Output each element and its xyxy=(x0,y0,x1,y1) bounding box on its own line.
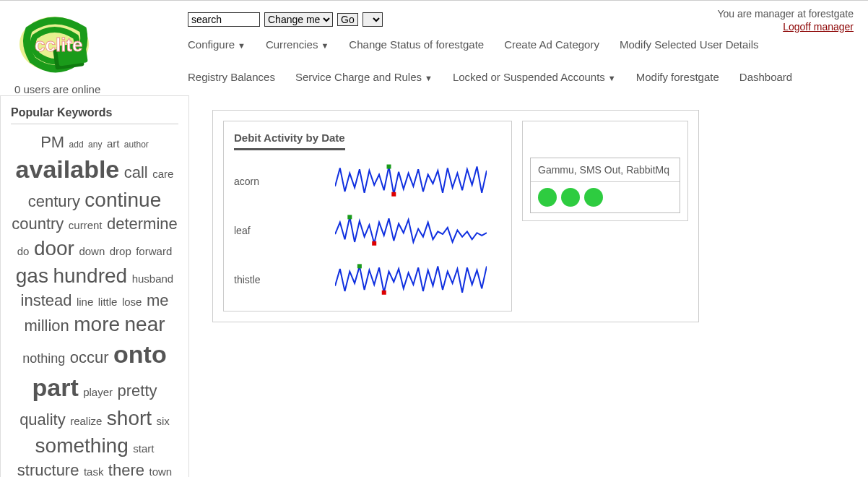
keyword-current[interactable]: current xyxy=(69,219,103,231)
keyword-pretty[interactable]: pretty xyxy=(117,382,157,400)
chevron-down-icon: ▼ xyxy=(321,41,329,50)
keyword-nothing[interactable]: nothing xyxy=(22,351,65,366)
nav-item-change-status-of-forestgate[interactable]: Change Status of forestgate xyxy=(349,38,484,51)
status-dots xyxy=(531,182,680,212)
keyword-town[interactable]: town xyxy=(149,465,172,477)
sidebar: Popular Keywords PM add any art author a… xyxy=(0,95,189,477)
keyword-continue[interactable]: continue xyxy=(84,189,161,211)
keyword-part[interactable]: part xyxy=(32,374,78,401)
keyword-there[interactable]: there xyxy=(108,461,144,477)
keyword-onto[interactable]: onto xyxy=(113,340,167,368)
sparkline-thistle xyxy=(335,262,487,298)
chart-card: Debit Activity by Date acornleafthistle xyxy=(223,121,512,311)
svg-rect-6 xyxy=(347,215,352,219)
keyword-drop[interactable]: drop xyxy=(110,245,131,257)
nav-item-create-ad-category[interactable]: Create Ad Category xyxy=(504,38,599,51)
svg-rect-5 xyxy=(391,192,396,197)
keyword-occur[interactable]: occur xyxy=(70,348,109,366)
nav-item-locked-or-suspended-accounts[interactable]: Locked or Suspended Accounts▼ xyxy=(453,71,616,83)
search-input[interactable] xyxy=(188,12,260,27)
keyword-more[interactable]: more xyxy=(74,313,120,335)
keyword-task[interactable]: task xyxy=(84,465,104,477)
keyword-available[interactable]: available xyxy=(16,155,120,183)
svg-rect-7 xyxy=(372,241,376,246)
keyword-author[interactable]: author xyxy=(124,139,149,150)
chart-row-acorn: acorn xyxy=(234,163,498,199)
keyword-husband[interactable]: husband xyxy=(132,272,174,285)
nav-item-dashboard[interactable]: Dashboard xyxy=(739,71,792,83)
keyword-PM[interactable]: PM xyxy=(40,133,64,151)
sparkline-acorn xyxy=(335,163,487,199)
keyword-six[interactable]: six xyxy=(157,415,170,427)
app-logo: cclite xyxy=(14,8,101,80)
keyword-any[interactable]: any xyxy=(88,139,102,150)
keyword-gas[interactable]: gas xyxy=(16,265,48,287)
keyword-down[interactable]: down xyxy=(79,245,105,257)
keyword-start[interactable]: start xyxy=(133,442,154,455)
nav-item-configure[interactable]: Configure▼ xyxy=(188,38,246,51)
keyword-quality[interactable]: quality xyxy=(19,411,66,429)
logo-column: cclite 0 users are online xyxy=(14,8,188,95)
chart-label: acorn xyxy=(234,176,335,187)
keyword-century[interactable]: century xyxy=(28,192,80,210)
keyword-line[interactable]: line xyxy=(77,296,93,308)
chart-title: Debit Activity by Date xyxy=(234,132,345,150)
keyword-do[interactable]: do xyxy=(17,245,30,257)
keyword-something[interactable]: something xyxy=(35,434,129,457)
status-card: Gammu, SMS Out, RabbitMq xyxy=(522,121,688,221)
keyword-instead[interactable]: instead xyxy=(21,291,72,309)
status-dot xyxy=(584,188,603,207)
keyword-million[interactable]: million xyxy=(24,317,69,335)
keyword-structure[interactable]: structure xyxy=(17,461,79,477)
sparkline-leaf xyxy=(335,212,487,249)
manager-status-text: You are manager at forestgate xyxy=(717,8,854,20)
chart-row-leaf: leaf xyxy=(234,212,498,249)
keyword-door[interactable]: door xyxy=(34,237,74,259)
go-button[interactable]: Go xyxy=(337,13,358,26)
empty-select[interactable] xyxy=(363,12,383,27)
keyword-near[interactable]: near xyxy=(125,313,165,335)
keyword-cloud: PM add any art author available call car… xyxy=(11,132,178,477)
nav-item-currencies[interactable]: Currencies▼ xyxy=(266,38,329,51)
keyword-forward[interactable]: forward xyxy=(136,245,172,257)
keyword-care[interactable]: care xyxy=(152,168,173,180)
svg-text:cclite: cclite xyxy=(35,34,83,56)
status-dot xyxy=(561,188,580,207)
sidebar-title: Popular Keywords xyxy=(11,106,178,124)
nav-item-service-charge-and-rules[interactable]: Service Charge and Rules▼ xyxy=(295,71,433,83)
main-nav: Configure▼Currencies▼Change Status of fo… xyxy=(188,38,854,90)
chart-row-thistle: thistle xyxy=(234,262,498,298)
status-dot xyxy=(538,188,557,207)
keyword-lose[interactable]: lose xyxy=(122,296,142,308)
change-me-select[interactable]: Change me xyxy=(264,12,333,27)
keyword-determine[interactable]: determine xyxy=(107,215,178,233)
chart-label: thistle xyxy=(234,274,335,285)
chart-label: leaf xyxy=(234,225,335,236)
keyword-hundred[interactable]: hundred xyxy=(53,265,127,287)
keyword-art[interactable]: art xyxy=(107,137,120,150)
chevron-down-icon: ▼ xyxy=(608,74,616,82)
keyword-call[interactable]: call xyxy=(124,163,148,181)
chevron-down-icon: ▼ xyxy=(425,74,433,82)
keyword-realize[interactable]: realize xyxy=(70,415,102,427)
svg-rect-4 xyxy=(387,165,391,169)
nav-item-modify-forestgate[interactable]: Modify forestgate xyxy=(636,71,719,83)
keyword-player[interactable]: player xyxy=(83,386,113,398)
keyword-little[interactable]: little xyxy=(98,296,118,308)
nav-item-modify-selected-user-details[interactable]: Modify Selected User Details xyxy=(620,38,759,51)
svg-rect-9 xyxy=(382,291,386,295)
nav-item-registry-balances[interactable]: Registry Balances xyxy=(188,71,275,83)
svg-rect-8 xyxy=(357,264,362,268)
users-online-text: 0 users are online xyxy=(14,83,100,95)
dashboard-panel: Debit Activity by Date acornleafthistle … xyxy=(212,110,699,322)
logoff-link[interactable]: Logoff manager xyxy=(717,21,854,33)
chevron-down-icon: ▼ xyxy=(238,41,246,50)
keyword-short[interactable]: short xyxy=(107,407,152,429)
status-head: Gammu, SMS Out, RabbitMq xyxy=(531,158,680,182)
keyword-country[interactable]: country xyxy=(12,215,64,233)
keyword-me[interactable]: me xyxy=(147,291,169,309)
keyword-add[interactable]: add xyxy=(69,139,84,150)
